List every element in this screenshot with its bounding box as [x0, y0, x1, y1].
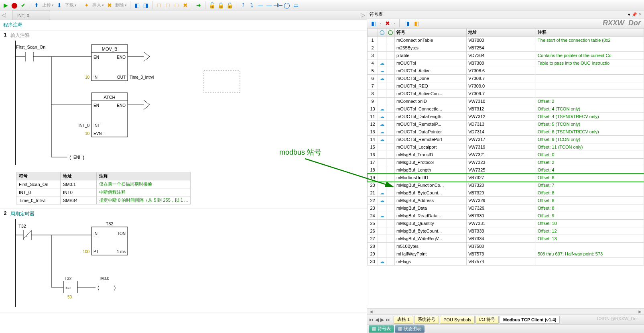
table-row[interactable]: 14☁mOUCTbl_RemotePortVW7317Offset: 9 (TC… [368, 136, 644, 143]
main-toolbar: ▶ ⬤ ✔ ⬆ 上传 ⬇ 下载 ✦ 插入 ✖ 删除 ◧ ◨ □ □ □ ✖ ➜ … [0, 0, 644, 10]
svg-text:(: ( [98, 284, 100, 290]
box-icon[interactable]: ▭ [292, 1, 300, 9]
table-row[interactable]: 1mConnectionTableVB7000The start of the … [368, 37, 644, 44]
symbol-table-header: 符号表 ▾ 📌 × [367, 10, 644, 18]
program-comment: 程序注释 [0, 20, 367, 31]
download-label[interactable]: 下载 [65, 2, 77, 8]
symbol-toolbar: ◧ · ✖ · ◨ ◧ RXXW_Dor [367, 18, 644, 28]
table-row[interactable]: 20mMsgBuf_FunctionCo...VB7328Offset: 7 [368, 182, 644, 189]
upload-label[interactable]: 上传 [42, 2, 54, 8]
table-row[interactable]: 15mOUCTbl_LocalportVW7319Offset: 11 (TCO… [368, 143, 644, 151]
insert-icon[interactable]: ✦ [83, 1, 91, 9]
table-row[interactable]: 28m510BytesVB7508 [368, 243, 644, 250]
tool-icon[interactable]: ◧ [412, 19, 421, 27]
table-row[interactable]: 24☁mMsgBuf_ReadData...VB7330Offset: 9 [368, 212, 644, 220]
tool-icon[interactable]: □ [173, 1, 181, 9]
ladder-rung-2[interactable]: / T32 T32 IN TON PT 1 ms 100 [11, 219, 172, 307]
table-row[interactable]: 7mOUCTbl_REQV7309.0 [368, 82, 644, 90]
table-row[interactable]: 19mModbusUnitIDVB7327Offset: 6 [368, 174, 644, 182]
table-row[interactable]: 25mMsgBuf_QuantityVW7331Offset: 10 [368, 220, 644, 227]
table-row[interactable]: 13☁mOUCTbl_DataPointerVD7314Offset: 6 (T… [368, 128, 644, 136]
network-number: 1 [0, 31, 10, 41]
table-row[interactable]: 8mOUCTbl_ActiveCon...V7309.7 [368, 90, 644, 98]
table-row[interactable]: 6☁mOUCTbl_DoneV7308.7 [368, 75, 644, 82]
svg-text:50: 50 [67, 295, 72, 299]
lock-icon[interactable]: 🔓 [208, 1, 216, 9]
table-row[interactable]: 12☁mOUCTbl_RemoteIP...VD7313Offset: 5 (T… [368, 121, 644, 128]
editor-tab[interactable]: INT_0 [12, 11, 50, 20]
insert-label[interactable]: 插入 [92, 2, 104, 8]
table-row[interactable]: 22☁mMsgBuf_AddressVW7329Offset: 8 [368, 197, 644, 204]
contact-icon[interactable]: ⊣⊢ [274, 1, 282, 9]
ladder-rung-1[interactable]: First_Scan_On MOV_B EN ENO IN OUT 10 [11, 41, 244, 165]
delete-label[interactable]: 删除 [115, 2, 127, 8]
delete-icon[interactable]: ✖ [384, 19, 392, 27]
ladder-editor[interactable]: 程序注释 1 输入注释 First_Sca [0, 20, 367, 333]
table-row[interactable]: 23mMsgBuf_DataVD7329Offset: 8 [368, 204, 644, 212]
horizontal-scrollbar[interactable]: ◄ ► [367, 308, 644, 315]
line-icon[interactable]: — [265, 1, 273, 9]
symbol-table-grid[interactable]: ◯◯符号地址注释 1mConnectionTableVB7000The star… [367, 28, 644, 308]
branch-icon[interactable]: ⤵ [248, 1, 256, 9]
footer-tab[interactable]: 系统符号 [414, 316, 439, 324]
svg-text:PT: PT [93, 249, 99, 254]
bottom-tab[interactable]: ▦符号表 [369, 325, 394, 333]
compile-icon[interactable]: ✔ [19, 1, 27, 9]
table-row[interactable]: 27mMsgBuf_WriteReqV...VB7334Offset: 13 [368, 235, 644, 243]
tab-prev-icon[interactable]: ◁ [2, 12, 6, 18]
svg-text:1 ms: 1 ms [117, 249, 126, 254]
table-row[interactable]: 2m255BytesVB7254 [368, 44, 644, 52]
tool-icon[interactable]: ✖ [181, 1, 189, 9]
table-row[interactable]: 21☁mMsgBuf_ByteCount...VB7329Offset: 8 [368, 189, 644, 197]
tab-next-icon[interactable]: ▷ [361, 12, 365, 18]
tool-icon[interactable]: □ [164, 1, 172, 9]
svg-text:T32: T32 [18, 224, 26, 229]
table-row[interactable]: 4☁mOUCTblVB7308Table to pass into the OU… [368, 59, 644, 67]
table-row[interactable]: 10☁mOUCTbl_Connectio...VB7312Offset: 4 (… [368, 105, 644, 113]
stop-icon[interactable]: ⬤ [10, 1, 18, 9]
table-row[interactable]: 26mMsgBuf_ByteCount...VB7333Offset: 12 [368, 227, 644, 235]
table-row[interactable]: 3pTableVD7304Contains the pointer of the… [368, 52, 644, 59]
goto-icon[interactable]: ➜ [195, 1, 203, 9]
svg-text:10: 10 [85, 75, 90, 80]
close-icon[interactable]: × [638, 11, 642, 17]
nav-last-icon[interactable]: ⏭ [386, 317, 390, 323]
footer-tab[interactable]: POU Symbols [440, 316, 475, 324]
table-row[interactable]: 16mMsgBuf_TransIDVW7321Offset: 0 [368, 151, 644, 159]
pin-icon[interactable]: ▾ 📌 [628, 12, 637, 17]
tool-icon[interactable]: ◨ [142, 1, 150, 9]
tool-icon[interactable]: □ [155, 1, 163, 9]
table-row[interactable]: 30☁mFlagsVB7574 [368, 258, 644, 266]
svg-text:100: 100 [83, 249, 89, 254]
tool-icon[interactable]: ◨ [403, 19, 411, 27]
branch-icon[interactable]: ⤴ [239, 1, 247, 9]
tool-icon[interactable]: ◧ [370, 19, 378, 27]
nav-next-icon[interactable]: ▶ [380, 317, 384, 323]
table-row[interactable]: 29mHalfWayPointVB7573508 thru 637: Half-… [368, 250, 644, 258]
run-icon[interactable]: ▶ [2, 1, 10, 9]
nav-prev-icon[interactable]: ◀ [375, 317, 379, 323]
lock-icon[interactable]: 🔒 [217, 1, 225, 9]
lock-icon[interactable]: 🔒 [226, 1, 234, 9]
table-row[interactable]: 9mConnectionIDVW7310Offset: 2 [368, 98, 644, 105]
svg-text:First_Scan_On: First_Scan_On [16, 45, 45, 49]
table-row[interactable]: 11☁mOUCTbl_DataLengthVW7312Offset: 4 (TS… [368, 113, 644, 121]
bottom-tab[interactable]: ▦状态图表 [395, 325, 425, 333]
footer-tab[interactable]: Modbus TCP Client (v1.4) [500, 316, 560, 324]
download-icon[interactable]: ⬇ [55, 1, 63, 9]
delete-icon[interactable]: ✖ [106, 1, 114, 9]
table-row[interactable]: 18mMsgBuf_LengthVW7325Offset: 4 [368, 166, 644, 174]
network-symbol-table: 符号地址注释 First_Scan_OnSM0.1仅在第一个扫描周期时接通INT… [16, 172, 191, 204]
network-title[interactable]: 输入注释 [10, 31, 30, 41]
footer-tab[interactable]: 表格 1 [394, 316, 413, 324]
table-row[interactable]: 17mMsgBuf_ProtocolVW7323Offset: 2 [368, 159, 644, 166]
footer-tab[interactable]: I/O 符号 [475, 316, 499, 324]
network-title[interactable]: 周期定时器 [10, 209, 35, 219]
line-icon[interactable]: — [256, 1, 264, 9]
upload-icon[interactable]: ⬆ [33, 1, 41, 9]
coil-icon[interactable]: ◯ [283, 1, 291, 9]
table-row[interactable]: 5☁mOUCTbl_ActiveV7308.6 [368, 67, 644, 75]
svg-line-19 [144, 57, 150, 61]
nav-first-icon[interactable]: ⏮ [369, 317, 374, 323]
tool-icon[interactable]: ◧ [133, 1, 141, 9]
